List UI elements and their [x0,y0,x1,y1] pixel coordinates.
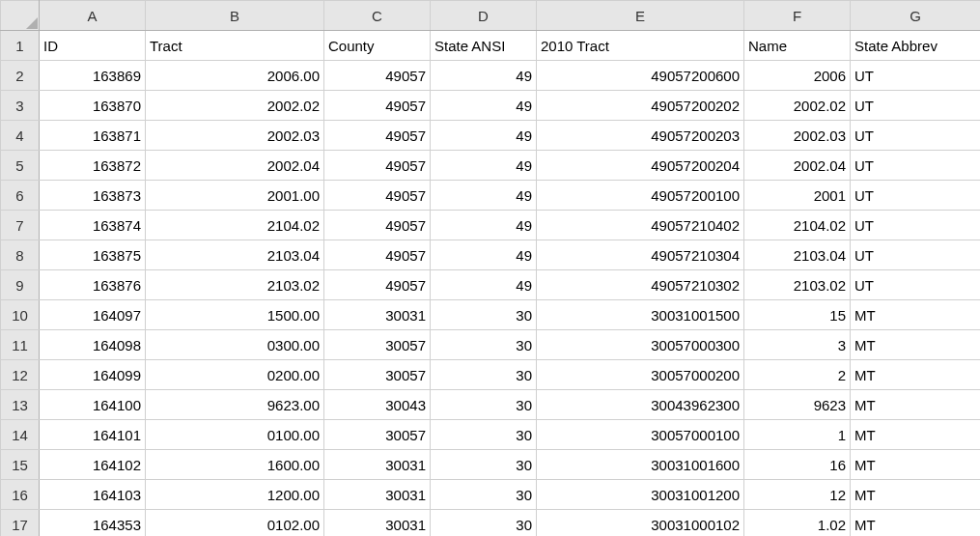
cell-D6[interactable]: 49 [431,181,537,211]
cell-C7[interactable]: 49057 [324,211,431,240]
cell-F1[interactable]: Name [744,31,851,61]
cell-D16[interactable]: 30 [431,480,537,510]
cell-C13[interactable]: 30043 [324,390,431,420]
cell-F17[interactable]: 1.02 [744,510,851,537]
cell-F14[interactable]: 1 [744,420,851,450]
cell-F12[interactable]: 2 [744,360,851,390]
row-header-3[interactable]: 3 [1,91,40,121]
row-header-1[interactable]: 1 [1,31,40,61]
cell-G6[interactable]: UT [851,181,981,211]
cell-F8[interactable]: 2103.04 [744,240,851,270]
cell-C14[interactable]: 30057 [324,420,431,450]
cell-B10[interactable]: 1500.00 [146,300,324,330]
row-header-17[interactable]: 17 [1,510,40,537]
cell-B6[interactable]: 2001.00 [146,181,324,211]
column-header-A[interactable]: A [40,1,146,31]
cell-F2[interactable]: 2006 [744,61,851,91]
cell-E14[interactable]: 30057000100 [537,420,744,450]
cell-G14[interactable]: MT [851,420,981,450]
cell-F5[interactable]: 2002.04 [744,151,851,181]
cell-B1[interactable]: Tract [146,31,324,61]
cell-B15[interactable]: 1600.00 [146,450,324,480]
cell-B8[interactable]: 2103.04 [146,240,324,270]
cell-G5[interactable]: UT [851,151,981,181]
cell-D15[interactable]: 30 [431,450,537,480]
row-header-7[interactable]: 7 [1,211,40,240]
row-header-15[interactable]: 15 [1,450,40,480]
cell-F13[interactable]: 9623 [744,390,851,420]
cell-A4[interactable]: 163871 [40,121,146,151]
cell-E11[interactable]: 30057000300 [537,330,744,360]
cell-B12[interactable]: 0200.00 [146,360,324,390]
cell-E13[interactable]: 30043962300 [537,390,744,420]
cell-A1[interactable]: ID [40,31,146,61]
cell-D8[interactable]: 49 [431,240,537,270]
cell-A16[interactable]: 164103 [40,480,146,510]
cell-E15[interactable]: 30031001600 [537,450,744,480]
row-header-13[interactable]: 13 [1,390,40,420]
cell-E6[interactable]: 49057200100 [537,181,744,211]
cell-D11[interactable]: 30 [431,330,537,360]
cell-E10[interactable]: 30031001500 [537,300,744,330]
cell-E17[interactable]: 30031000102 [537,510,744,537]
cell-G4[interactable]: UT [851,121,981,151]
cell-A3[interactable]: 163870 [40,91,146,121]
row-header-8[interactable]: 8 [1,240,40,270]
cell-C6[interactable]: 49057 [324,181,431,211]
cell-C9[interactable]: 49057 [324,270,431,300]
row-header-11[interactable]: 11 [1,330,40,360]
cell-C15[interactable]: 30031 [324,450,431,480]
cell-D4[interactable]: 49 [431,121,537,151]
cell-A10[interactable]: 164097 [40,300,146,330]
cell-A14[interactable]: 164101 [40,420,146,450]
cell-D13[interactable]: 30 [431,390,537,420]
cell-E1[interactable]: 2010 Tract [537,31,744,61]
cell-F6[interactable]: 2001 [744,181,851,211]
cell-C10[interactable]: 30031 [324,300,431,330]
cell-F16[interactable]: 12 [744,480,851,510]
cell-G3[interactable]: UT [851,91,981,121]
cell-B9[interactable]: 2103.02 [146,270,324,300]
cell-B14[interactable]: 0100.00 [146,420,324,450]
cell-D7[interactable]: 49 [431,211,537,240]
cell-G7[interactable]: UT [851,211,981,240]
cell-A8[interactable]: 163875 [40,240,146,270]
cell-C17[interactable]: 30031 [324,510,431,537]
row-header-10[interactable]: 10 [1,300,40,330]
cell-A11[interactable]: 164098 [40,330,146,360]
cell-D14[interactable]: 30 [431,420,537,450]
cell-C12[interactable]: 30057 [324,360,431,390]
cell-B13[interactable]: 9623.00 [146,390,324,420]
cell-G13[interactable]: MT [851,390,981,420]
cell-G11[interactable]: MT [851,330,981,360]
cell-B5[interactable]: 2002.04 [146,151,324,181]
cell-F15[interactable]: 16 [744,450,851,480]
cell-G9[interactable]: UT [851,270,981,300]
cell-C11[interactable]: 30057 [324,330,431,360]
row-header-14[interactable]: 14 [1,420,40,450]
row-header-4[interactable]: 4 [1,121,40,151]
column-header-G[interactable]: G [851,1,981,31]
cell-F7[interactable]: 2104.02 [744,211,851,240]
cell-D2[interactable]: 49 [431,61,537,91]
cell-E5[interactable]: 49057200204 [537,151,744,181]
cell-A15[interactable]: 164102 [40,450,146,480]
column-header-F[interactable]: F [744,1,851,31]
cell-C4[interactable]: 49057 [324,121,431,151]
cell-A2[interactable]: 163869 [40,61,146,91]
cell-D1[interactable]: State ANSI [431,31,537,61]
row-header-9[interactable]: 9 [1,270,40,300]
cell-C8[interactable]: 49057 [324,240,431,270]
row-header-12[interactable]: 12 [1,360,40,390]
cell-E12[interactable]: 30057000200 [537,360,744,390]
row-header-2[interactable]: 2 [1,61,40,91]
cell-G10[interactable]: MT [851,300,981,330]
cell-E16[interactable]: 30031001200 [537,480,744,510]
cell-G8[interactable]: UT [851,240,981,270]
column-header-D[interactable]: D [431,1,537,31]
cell-D3[interactable]: 49 [431,91,537,121]
cell-A13[interactable]: 164100 [40,390,146,420]
cell-F3[interactable]: 2002.02 [744,91,851,121]
cell-G12[interactable]: MT [851,360,981,390]
cell-G16[interactable]: MT [851,480,981,510]
